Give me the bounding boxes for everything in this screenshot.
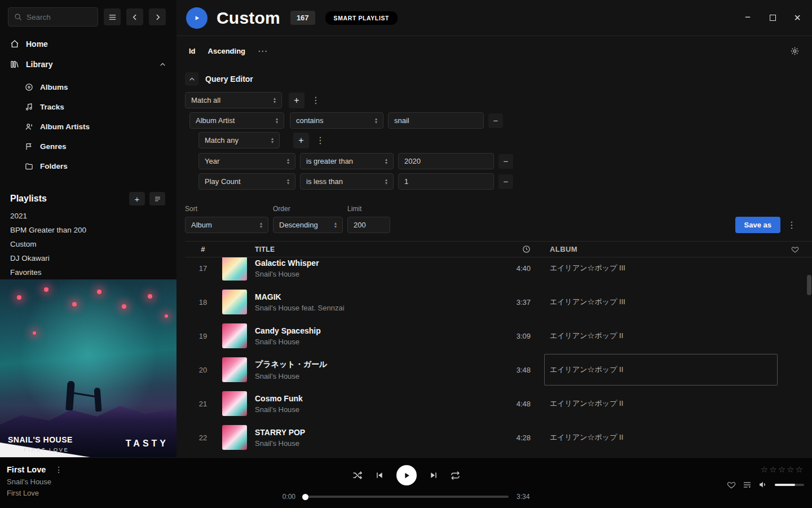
rule-group-menu-button[interactable]: ⋮	[309, 95, 323, 106]
match-type-select[interactable]: Match all ▴▾	[185, 92, 282, 108]
queue-button[interactable]	[743, 480, 752, 489]
search-input[interactable]: Search	[8, 7, 98, 27]
playlist-item[interactable]: Custom	[0, 237, 176, 251]
chevron-up-icon[interactable]	[159, 61, 166, 68]
now-playing-artist[interactable]: Snail's House	[7, 478, 65, 486]
track-album[interactable]: エイリアン☆ポップ II	[544, 421, 778, 454]
settings-button[interactable]	[790, 46, 800, 56]
rule-field-select[interactable]: Album Artist ▴▾	[189, 112, 284, 129]
next-button[interactable]	[429, 471, 438, 480]
track-artist[interactable]: Snail's House feat. Sennzai	[255, 304, 497, 312]
sidebar-item-genres[interactable]: Genres	[0, 137, 176, 156]
column-title-header[interactable]: TITLE	[255, 246, 497, 253]
sidebar-item-library[interactable]: Library	[0, 54, 176, 75]
play-button[interactable]	[396, 465, 417, 485]
group-match-type-select[interactable]: Match any ▴▾	[198, 132, 280, 148]
favorite-button[interactable]	[727, 480, 736, 489]
star-icon[interactable]: ☆	[787, 465, 795, 474]
rule-operator-select[interactable]: is greater than ▴▾	[300, 153, 394, 169]
track-row[interactable]: 18 MAGIK Snail's House feat. Sennzai 3:3…	[185, 285, 812, 319]
sort-select[interactable]: Album ▴▾	[185, 217, 268, 233]
add-rule-button[interactable]: +	[289, 93, 304, 108]
order-select[interactable]: Descending ▴▾	[273, 217, 343, 233]
volume-button[interactable]	[758, 480, 768, 489]
more-options-button[interactable]: ⋯	[258, 45, 267, 57]
track-album[interactable]: エイリアン☆ポップ III	[544, 285, 778, 319]
save-menu-button[interactable]: ⋮	[785, 217, 798, 233]
column-album-header[interactable]: ALBUM	[544, 242, 778, 257]
star-icon[interactable]: ☆	[769, 465, 778, 474]
sort-direction-button[interactable]: Ascending	[208, 47, 245, 55]
track-options-button[interactable]: ⋮	[52, 465, 65, 474]
back-button[interactable]	[126, 8, 143, 25]
rule-value-input[interactable]: 2020	[398, 153, 494, 169]
now-playing-title[interactable]: First Love	[7, 465, 46, 474]
star-icon[interactable]: ☆	[761, 465, 769, 474]
playlist-item[interactable]: BPM Greater than 200	[0, 223, 176, 237]
progress-handle[interactable]	[302, 494, 308, 500]
window-close-button[interactable]: ×	[785, 6, 810, 29]
sidebar-item-albums[interactable]: Albums	[0, 77, 176, 97]
shuffle-button[interactable]	[352, 470, 363, 480]
sidebar-item-tracks[interactable]: Tracks	[0, 97, 176, 117]
rule-operator-select[interactable]: contains ▴▾	[290, 112, 383, 129]
select-value: contains	[296, 116, 323, 125]
window-maximize-button[interactable]	[760, 6, 785, 29]
track-album[interactable]: エイリアン☆ポップ II	[544, 387, 778, 421]
column-duration-header[interactable]	[497, 245, 531, 253]
track-album[interactable]: エイリアン☆ポップ III	[544, 257, 778, 285]
track-artist[interactable]: Snail's House	[255, 270, 497, 278]
previous-button[interactable]	[375, 471, 384, 480]
window-minimize-button[interactable]: −	[735, 6, 760, 29]
track-row[interactable]: 22 STARRY POP Snail's House 4:28 エイリアン☆ポ…	[185, 421, 812, 454]
repeat-button[interactable]	[451, 471, 460, 480]
playlist-item[interactable]: Favorites	[0, 265, 176, 279]
rule-value-input[interactable]: 1	[398, 173, 494, 190]
group-add-rule-button[interactable]: +	[293, 133, 309, 148]
track-row[interactable]: 20 プラネット・ガール Snail's House 3:48 エイリアン☆ポッ…	[185, 353, 812, 387]
save-as-button[interactable]: Save as	[735, 217, 780, 233]
sidebar-item-home[interactable]: Home	[0, 34, 176, 54]
track-artist[interactable]: Snail's House	[255, 439, 497, 448]
star-icon[interactable]: ☆	[796, 465, 804, 474]
rule-field-select[interactable]: Play Count ▴▾	[198, 173, 295, 190]
rule-value-input[interactable]: snail	[388, 112, 484, 129]
star-icon[interactable]: ☆	[778, 465, 787, 474]
volume-slider[interactable]	[775, 484, 804, 486]
track-row[interactable]: 21 Cosmo Funk Snail's House 4:48 エイリアン☆ポ…	[185, 387, 812, 421]
column-favorite-header[interactable]	[778, 246, 812, 253]
remove-rule-button[interactable]: −	[498, 174, 513, 189]
forward-button[interactable]	[149, 8, 166, 25]
remove-rule-button[interactable]: −	[498, 154, 513, 169]
sort-field-button[interactable]: Id	[189, 47, 196, 55]
remove-rule-button[interactable]: −	[488, 113, 503, 128]
playlist-item[interactable]: DJ Okawari	[0, 251, 176, 265]
sidebar-item-folders[interactable]: Folders	[0, 156, 176, 176]
gear-icon	[790, 46, 800, 56]
rating-stars[interactable]: ☆☆☆☆☆	[761, 465, 804, 475]
track-album[interactable]: エイリアン☆ポップ II	[544, 319, 778, 353]
minus-icon: −	[493, 116, 498, 125]
track-artist[interactable]: Snail's House	[255, 338, 497, 346]
rule-field-select[interactable]: Year ▴▾	[198, 153, 295, 169]
playlist-list-button[interactable]	[149, 192, 165, 205]
track-album-focused-cell[interactable]: エイリアン☆ポップ II	[544, 354, 778, 386]
limit-input[interactable]: 200	[347, 217, 390, 233]
playlist-play-button[interactable]	[186, 7, 208, 29]
sidebar-item-album-artists[interactable]: Album Artists	[0, 117, 176, 137]
hamburger-icon	[108, 13, 117, 21]
query-editor-collapse-button[interactable]	[185, 72, 198, 86]
now-playing-album[interactable]: First Love	[7, 489, 65, 497]
progress-bar[interactable]	[303, 496, 509, 498]
column-number-header[interactable]: #	[185, 245, 221, 253]
rule-operator-select[interactable]: is less than ▴▾	[300, 173, 394, 190]
track-artist[interactable]: Snail's House	[255, 372, 497, 380]
add-playlist-button[interactable]: +	[129, 192, 145, 205]
track-row[interactable]: 19 Candy Spaceship Snail's House 3:09 エイ…	[185, 319, 812, 353]
track-artist[interactable]: Snail's House	[255, 405, 497, 414]
scrollbar-thumb[interactable]	[807, 275, 811, 295]
track-row[interactable]: 17 Galactic Whisper Snail's House 4:40 エ…	[185, 257, 812, 285]
group-menu-button[interactable]: ⋮	[314, 135, 327, 146]
menu-button[interactable]	[104, 8, 121, 25]
playlist-item[interactable]: 2021	[0, 209, 176, 223]
